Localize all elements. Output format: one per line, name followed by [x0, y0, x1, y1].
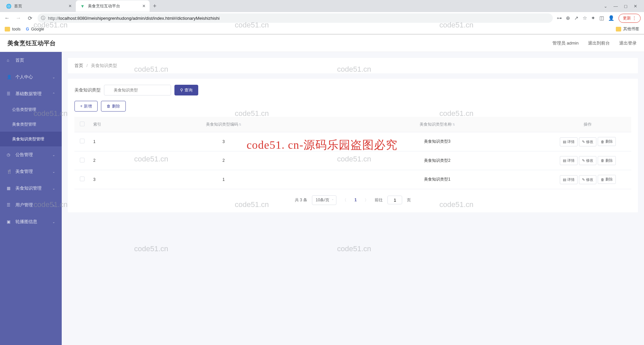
sidebar-item-home[interactable]: ⌂首页 — [0, 52, 62, 69]
sidepanel-icon[interactable]: ◫ — [599, 15, 604, 21]
goto-label: 前往 — [375, 197, 383, 203]
maximize-icon[interactable]: ◻ — [624, 4, 628, 9]
edit-button[interactable]: ✎修改 — [579, 137, 596, 146]
close-icon[interactable]: ✕ — [68, 4, 72, 8]
folder-icon — [616, 27, 621, 31]
edit-button[interactable]: ✎修改 — [579, 175, 596, 184]
key-icon[interactable]: ⊶ — [557, 15, 562, 21]
browser-tab-1[interactable]: 🌐 首页 ✕ — [2, 0, 76, 12]
cup-icon: 🍴 — [7, 169, 11, 174]
col-code[interactable]: 美食知识类型编码⇅ — [117, 117, 330, 132]
sidebar-item-notice-type[interactable]: 公告类型管理 — [0, 102, 62, 117]
row-checkbox[interactable] — [80, 139, 85, 143]
edit-icon: ✎ — [582, 178, 585, 182]
bookmark-tools[interactable]: tools — [5, 27, 20, 31]
row-delete-button[interactable]: 🗑删除 — [598, 175, 616, 184]
col-name[interactable]: 美食知识类型名称⇅ — [330, 117, 544, 132]
bookmark-other[interactable]: 其他书签 — [616, 26, 639, 32]
browser-tab-bar: 🌐 首页 ✕ ▼ 美食烹饪互动平台 ✕ + ⌄ — ◻ ✕ — [0, 0, 644, 12]
breadcrumb-sep: / — [87, 63, 88, 68]
bookmark-google[interactable]: GGoogle — [26, 27, 44, 31]
detail-button[interactable]: ▤详情 — [560, 137, 578, 146]
search-row: 美食知识类型 ⚲ ⚲查询 — [74, 85, 631, 95]
table-header-row: 索引 美食知识类型编码⇅ 美食知识类型名称⇅ 操作 — [74, 117, 631, 132]
cell-name: 美食知识类型3 — [330, 132, 544, 151]
prev-page[interactable]: 〈 — [341, 197, 348, 203]
profile-icon[interactable]: 👤 — [608, 15, 614, 21]
sidebar-item-personal[interactable]: 👤个人中心⌄ — [0, 69, 62, 85]
sidebar-item-basedata[interactable]: ☰基础数据管理⌃ — [0, 85, 62, 102]
breadcrumb-home[interactable]: 首页 — [74, 63, 83, 68]
content-panel: 美食知识类型 ⚲ ⚲查询 +新增 🗑删除 索引 — [68, 79, 638, 212]
trash-icon: 🗑 — [601, 158, 604, 162]
forward-button[interactable]: → — [15, 15, 22, 21]
goto-suffix: 页 — [407, 197, 411, 203]
zoom-icon[interactable]: ⊕ — [566, 15, 570, 21]
user-label[interactable]: 管理员 admin — [552, 40, 579, 46]
window-controls: ⌄ — ◻ ✕ — [599, 4, 642, 9]
clock-icon: ◷ — [7, 152, 11, 157]
edit-button[interactable]: ✎修改 — [579, 156, 596, 165]
chevron-down-icon: ⌄ — [52, 187, 55, 190]
tab-title: 美食烹饪互动平台 — [88, 3, 140, 9]
sidebar-item-carousel[interactable]: ▣轮播图信息⌄ — [0, 213, 62, 230]
grid-icon: ▦ — [7, 186, 11, 191]
sidebar-item-food-knowledge-type[interactable]: 美食知识类型管理 — [0, 132, 62, 146]
doc-icon: ▤ — [563, 158, 566, 163]
cell-name: 美食知识类型2 — [330, 151, 544, 170]
row-checkbox[interactable] — [80, 158, 85, 162]
globe-icon: 🌐 — [6, 3, 11, 9]
list-icon: ☰ — [7, 203, 11, 207]
row-checkbox[interactable] — [80, 177, 85, 181]
sidebar-item-notice[interactable]: ◷公告管理⌄ — [0, 146, 62, 163]
row-delete-button[interactable]: 🗑删除 — [598, 156, 616, 165]
goto-input[interactable] — [387, 196, 402, 204]
cell-code: 1 — [117, 170, 330, 189]
search-input[interactable] — [104, 85, 171, 95]
new-tab-button[interactable]: + — [150, 1, 160, 11]
minimize-icon[interactable]: — — [613, 4, 618, 9]
info-icon[interactable]: ⓘ — [41, 15, 45, 21]
detail-button[interactable]: ▤详情 — [560, 175, 578, 184]
col-index[interactable]: 索引 — [90, 117, 117, 132]
next-page[interactable]: 〉 — [363, 197, 370, 203]
checkbox-all[interactable] — [80, 122, 85, 126]
url-field[interactable]: ⓘ http://localhost:8080/meishipengrenhud… — [38, 13, 553, 23]
share-icon[interactable]: ↗ — [574, 15, 579, 21]
delete-button[interactable]: 🗑删除 — [101, 101, 126, 112]
close-window-icon[interactable]: ✕ — [634, 4, 637, 9]
chevron-down-icon[interactable]: ⌄ — [604, 4, 607, 9]
page-size-select[interactable]: 10条/页 ⌄ — [312, 195, 336, 205]
tab-title: 首页 — [14, 3, 66, 9]
bookmarks-bar: tools GGoogle 其他书签 — [0, 24, 644, 34]
query-button[interactable]: ⚲查询 — [174, 85, 198, 95]
detail-button[interactable]: ▤详情 — [560, 156, 578, 165]
cell-name: 美食知识类型1 — [330, 170, 544, 189]
chevron-down-icon: ⌄ — [52, 75, 55, 79]
trash-icon: 🗑 — [601, 140, 604, 144]
back-to-front-link[interactable]: 退出到前台 — [588, 40, 610, 46]
reload-button[interactable]: ⟳ — [26, 15, 34, 21]
sidebar: ⌂首页 👤个人中心⌄ ☰基础数据管理⌃ 公告类型管理 美食类型管理 美食知识类型… — [0, 52, 62, 345]
chevron-down-icon: ⌄ — [52, 170, 55, 174]
doc-icon: ▤ — [563, 178, 566, 182]
sidebar-item-food[interactable]: 🍴美食管理⌄ — [0, 163, 62, 180]
browser-tab-2[interactable]: ▼ 美食烹饪互动平台 ✕ — [76, 0, 150, 12]
sidebar-item-user[interactable]: ☰用户管理⌄ — [0, 197, 62, 213]
close-icon[interactable]: ✕ — [142, 4, 146, 8]
logout-link[interactable]: 退出登录 — [619, 40, 637, 46]
sidebar-item-food-knowledge[interactable]: ▦美食知识管理⌄ — [0, 180, 62, 197]
page-number[interactable]: 1 — [353, 198, 359, 202]
back-button[interactable]: ← — [3, 15, 11, 21]
action-row: +新增 🗑删除 — [74, 101, 631, 112]
user-icon: 👤 — [7, 75, 11, 79]
home-icon: ⌂ — [7, 58, 11, 63]
trash-icon: 🗑 — [601, 178, 604, 182]
row-delete-button[interactable]: 🗑删除 — [598, 137, 616, 146]
extensions-icon[interactable]: ✦ — [591, 15, 595, 21]
add-button[interactable]: +新增 — [74, 101, 98, 112]
update-button[interactable]: 更新⋮ — [619, 14, 641, 23]
star-icon[interactable]: ☆ — [583, 15, 587, 21]
sidebar-item-food-type[interactable]: 美食类型管理 — [0, 117, 62, 132]
chevron-down-icon: ⌄ — [52, 203, 55, 207]
